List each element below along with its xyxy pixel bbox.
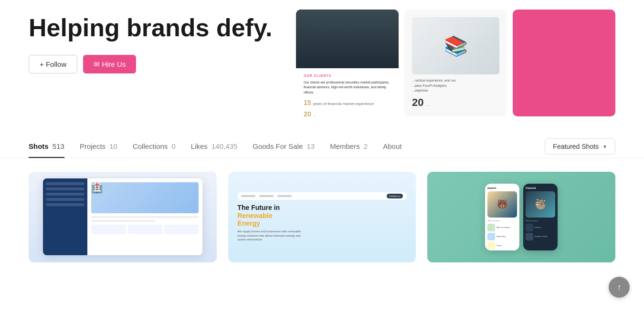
item-icon2 (526, 233, 533, 240)
tab-likes-label: Likes (191, 142, 208, 150)
stat-box (91, 225, 126, 234)
hero-screenshots: OUR CLIENTS Our clients are professional… (296, 10, 615, 116)
sound-category-label: Sleep Sounds (487, 219, 517, 222)
medical-main-content: 🏥 (87, 178, 202, 256)
city-card-content: OUR CLIENTS Our clients are professional… (296, 10, 399, 116)
nav-item (277, 195, 292, 197)
medical-sidebar (43, 178, 88, 256)
pink-card-content (513, 10, 615, 116)
city-label: OUR CLIENTS (304, 74, 391, 77)
books-text: ...ractical experience, and our...akes F… (412, 78, 499, 94)
phone2-header-text: Featured (526, 187, 555, 189)
item-label: Rain on Leaves (496, 226, 510, 229)
screenshot-city: OUR CLIENTS Our clients are professional… (296, 10, 399, 116)
item-icon (487, 242, 495, 250)
tab-members[interactable]: Members 2 (330, 135, 368, 158)
tab-collections[interactable]: Collections 0 (133, 135, 176, 158)
item-label2: Garden of Dew (535, 235, 548, 238)
energy-highlight: RenewableEnergy (237, 212, 272, 228)
tab-members-label: Members (330, 142, 360, 150)
hire-button[interactable]: ✉ Hire Us (83, 55, 136, 73)
books-card-content: 📚 ...ractical experience, and our...akes… (404, 10, 507, 116)
phone2-list-item: Garden of Dew (526, 233, 555, 240)
tab-projects-count: 10 (109, 142, 117, 150)
tab-goods-count: 13 (306, 142, 315, 150)
tab-shots-count: 513 (53, 142, 64, 150)
text-line (91, 216, 199, 218)
tab-shots-label: Shots (29, 142, 49, 150)
follow-button[interactable]: + Follow (29, 55, 77, 73)
text-line (91, 220, 156, 222)
phone-items-list: Rain on Leaves Deep Rest Focus Sleep (487, 224, 517, 250)
medical-ui: 🏥 (43, 178, 203, 256)
item-icon (487, 233, 495, 240)
city-stat: 15 years of financial market experience (304, 99, 391, 106)
gallery-card-energy[interactable]: Contact us The Future inRenewableEnergy … (228, 172, 416, 262)
stat-box (128, 225, 162, 234)
hero-left: Helping brands defy. + Follow ✉ Hire Us (29, 10, 296, 116)
city-image (296, 10, 399, 68)
phone2-items: Indoors Garden of Dew (526, 224, 555, 240)
tab-collections-label: Collections (133, 142, 168, 150)
hero-section: Helping brands defy. + Follow ✉ Hire Us … (0, 0, 644, 131)
book-image: 📚 (412, 17, 499, 74)
doctor-icon: 🏥 (91, 183, 103, 193)
sidebar-item (46, 182, 85, 185)
hero-title: Helping brands defy. (29, 14, 296, 42)
tab-projects[interactable]: Projects 10 (80, 135, 117, 158)
sidebar-item (46, 198, 85, 201)
tab-goods[interactable]: Goods For Sale 13 (253, 135, 315, 158)
item-label: Focus (496, 244, 502, 247)
energy-illustration: Contact us The Future inRenewableEnergy … (228, 172, 416, 262)
phone-list-item: Focus (487, 242, 517, 250)
sidebar-item (46, 203, 85, 206)
phone-list-item: Rain on Leaves (487, 224, 517, 231)
nav-item (241, 195, 255, 197)
phone-list-item: Deep Rest (487, 233, 517, 240)
featured-dropdown-label: Featured Shots (553, 143, 599, 150)
city-body: Our clients are professional securities … (304, 80, 391, 95)
tab-about[interactable]: About (383, 135, 401, 158)
tab-likes[interactable]: Likes 140,435 (191, 135, 237, 158)
sidebar-item (46, 193, 85, 196)
gallery-card-medical[interactable]: 🏥 (29, 172, 217, 262)
medical-hero-image: 🏥 (91, 182, 199, 213)
gallery: 🏥 Contact (0, 158, 644, 276)
energy-sub: We supply homes and businesses with rene… (237, 229, 309, 241)
item-icon (487, 224, 495, 231)
sound-category-label2: Stay Focused (526, 219, 555, 222)
energy-content: Contact us The Future inRenewableEnergy … (237, 192, 406, 242)
chevron-down-icon: ▼ (602, 144, 607, 149)
nav-tabs: Shots 513 Projects 10 Collections 0 Like… (0, 135, 644, 158)
tab-shots[interactable]: Shots 513 (29, 135, 64, 158)
phone-header-text: Explore (487, 187, 517, 189)
item-label: Deep Rest (496, 235, 506, 238)
energy-navbar: Contact us (237, 192, 406, 200)
stat-box (164, 225, 199, 234)
screenshot-pink (513, 10, 615, 116)
stat-20: 20 ... (412, 96, 499, 109)
city-text-area: OUR CLIENTS Our clients are professional… (296, 68, 399, 116)
tab-collections-count: 0 (171, 142, 175, 150)
contact-button: Contact us (387, 194, 403, 198)
tab-projects-label: Projects (80, 142, 106, 150)
screenshot-books: 📚 ...ractical experience, and our...akes… (404, 10, 507, 116)
featured-dropdown[interactable]: Featured Shots ▼ (545, 138, 615, 155)
bear-illustration: 🐻 (487, 191, 517, 218)
music-illustration: Explore 🐻 Sleep Sounds Rain on Leaves De… (427, 172, 615, 262)
phone-light: Explore 🐻 Sleep Sounds Rain on Leaves De… (485, 184, 519, 250)
gallery-card-music[interactable]: Explore 🐻 Sleep Sounds Rain on Leaves De… (427, 172, 615, 262)
sloth-illustration: 🦥 (526, 191, 555, 218)
tab-goods-label: Goods For Sale (253, 142, 303, 150)
item-icon2 (526, 224, 533, 231)
item-label2: Indoors (535, 226, 541, 229)
energy-headline: The Future inRenewableEnergy (237, 204, 406, 228)
sidebar-item (46, 187, 85, 190)
book-stack-icon: 📚 (444, 35, 468, 57)
hero-buttons: + Follow ✉ Hire Us (29, 55, 296, 73)
city-stat2: 20 ... (304, 110, 391, 116)
city-overlay (296, 10, 399, 68)
tab-about-label: About (383, 142, 401, 150)
tab-likes-count: 140,435 (211, 142, 237, 150)
medical-illustration: 🏥 (29, 172, 217, 262)
